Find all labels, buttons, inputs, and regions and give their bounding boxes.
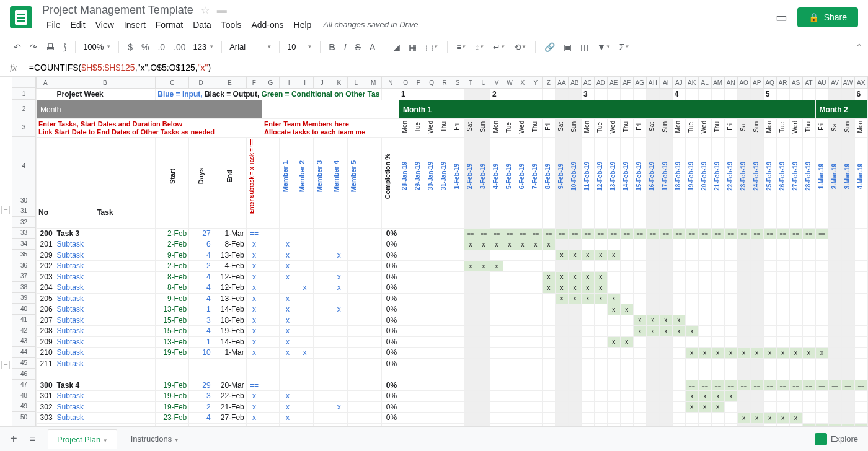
cell[interactable] xyxy=(425,348,438,359)
cell[interactable]: 27-Feb-19 xyxy=(789,138,802,217)
cell[interactable] xyxy=(438,348,451,359)
col-header[interactable]: P xyxy=(412,77,425,89)
cell[interactable] xyxy=(296,380,314,391)
cell[interactable] xyxy=(296,401,314,413)
cell[interactable] xyxy=(607,401,620,413)
cell[interactable] xyxy=(451,401,464,413)
cell[interactable] xyxy=(464,250,477,261)
row-header[interactable]: 48 xyxy=(12,390,35,401)
cell[interactable] xyxy=(365,348,382,359)
wrap-icon[interactable]: ↵▼ xyxy=(489,40,509,55)
cell[interactable]: x xyxy=(464,239,477,250)
cell[interactable]: x xyxy=(279,413,296,424)
italic-icon[interactable]: I xyxy=(340,40,350,55)
cell[interactable] xyxy=(542,326,555,337)
font-select[interactable]: Arial▼ xyxy=(227,41,274,53)
chart-icon[interactable]: ◫ xyxy=(577,40,592,55)
cell[interactable] xyxy=(348,326,365,337)
cell[interactable] xyxy=(750,304,763,315)
doc-title[interactable]: Project Management Template xyxy=(42,4,193,17)
cell[interactable] xyxy=(763,358,776,369)
cell[interactable]: x xyxy=(581,293,594,304)
col-header[interactable]: AO xyxy=(737,77,750,89)
cell[interactable] xyxy=(724,282,737,294)
cell[interactable]: x xyxy=(763,348,776,359)
cell[interactable] xyxy=(503,348,516,359)
cell[interactable] xyxy=(568,413,581,424)
cell[interactable]: 3 xyxy=(189,391,213,402)
cell[interactable] xyxy=(296,315,314,326)
cell[interactable] xyxy=(646,401,659,413)
cell[interactable] xyxy=(425,271,438,282)
cell[interactable] xyxy=(685,315,698,326)
cell[interactable] xyxy=(399,304,412,315)
format-select[interactable]: 123▼ xyxy=(191,41,217,53)
col-header[interactable]: AV xyxy=(828,77,841,89)
cell[interactable] xyxy=(477,380,490,391)
cell[interactable] xyxy=(529,89,542,100)
cell[interactable] xyxy=(555,380,568,391)
cell[interactable]: == xyxy=(477,228,490,239)
cell[interactable] xyxy=(854,304,867,315)
col-header[interactable]: AU xyxy=(815,77,828,89)
cell[interactable]: 19-Feb-19 xyxy=(685,138,698,217)
cell[interactable] xyxy=(737,304,750,315)
cell[interactable] xyxy=(529,380,542,391)
cell[interactable] xyxy=(841,271,854,282)
cell[interactable] xyxy=(399,348,412,359)
cell[interactable] xyxy=(633,380,646,391)
cell[interactable]: x xyxy=(659,326,672,337)
cell[interactable]: x xyxy=(542,282,555,294)
col-header[interactable]: C xyxy=(156,77,189,89)
cell[interactable] xyxy=(581,348,594,359)
cell[interactable]: Subtask xyxy=(55,401,156,413)
cell[interactable] xyxy=(365,401,382,413)
cell[interactable] xyxy=(490,217,503,229)
cell[interactable] xyxy=(802,239,815,250)
cell[interactable] xyxy=(451,380,464,391)
cell[interactable]: 5-Feb-19 xyxy=(503,138,516,217)
cell[interactable]: 2 xyxy=(189,401,213,413)
cell[interactable] xyxy=(724,239,737,250)
cell[interactable] xyxy=(425,293,438,304)
cell[interactable]: == xyxy=(750,228,763,239)
cell[interactable]: x xyxy=(685,348,698,359)
cell[interactable] xyxy=(503,380,516,391)
cell[interactable] xyxy=(313,369,330,380)
cell[interactable]: 2-Feb xyxy=(156,239,189,250)
cell[interactable] xyxy=(802,391,815,402)
cell[interactable] xyxy=(685,304,698,315)
cell[interactable] xyxy=(490,250,503,261)
cell[interactable] xyxy=(464,336,477,348)
cell[interactable] xyxy=(581,358,594,369)
cell[interactable]: Member 1 xyxy=(279,138,296,217)
cell[interactable] xyxy=(828,89,841,100)
cell[interactable] xyxy=(399,380,412,391)
cell[interactable]: 0% xyxy=(382,413,399,424)
cell[interactable] xyxy=(672,304,685,315)
row-header[interactable]: 37 xyxy=(12,271,35,282)
cell[interactable]: 12-Feb xyxy=(213,271,246,282)
col-header[interactable]: B xyxy=(55,77,156,89)
cell[interactable] xyxy=(685,217,698,229)
cell[interactable] xyxy=(279,380,296,391)
cell[interactable] xyxy=(555,239,568,250)
cell[interactable] xyxy=(607,348,620,359)
cell[interactable] xyxy=(477,336,490,348)
cell[interactable] xyxy=(750,282,763,294)
cell[interactable] xyxy=(313,380,330,391)
cell[interactable] xyxy=(189,358,213,369)
menu-edit[interactable]: Edit xyxy=(66,18,90,32)
cell[interactable]: 3 xyxy=(189,315,213,326)
cell[interactable] xyxy=(737,239,750,250)
cell[interactable] xyxy=(711,369,724,380)
cell[interactable] xyxy=(516,413,529,424)
cell[interactable]: Fri xyxy=(724,119,737,138)
cell[interactable] xyxy=(296,217,314,229)
cell[interactable]: == xyxy=(464,228,477,239)
cell[interactable]: 1 xyxy=(189,336,213,348)
cell[interactable] xyxy=(620,315,633,326)
cell[interactable]: 0% xyxy=(382,391,399,402)
cell[interactable] xyxy=(802,261,815,272)
cell[interactable]: Member 2 xyxy=(296,138,314,217)
